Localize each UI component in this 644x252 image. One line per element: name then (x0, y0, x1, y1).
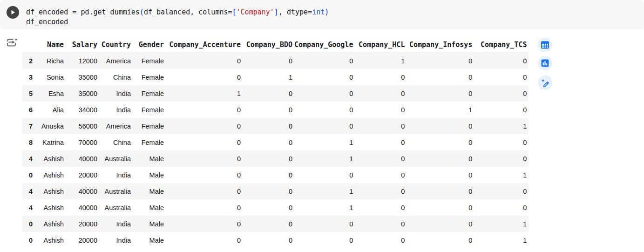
table-cell: 0 (166, 216, 243, 232)
table-cell: 0 (355, 102, 407, 118)
generate-with-ai-button[interactable] (538, 75, 552, 90)
column-header: Salary (66, 37, 99, 53)
table-cell: 0 (294, 216, 355, 232)
table-cell: Female (133, 69, 166, 85)
table-cell: 1 (243, 69, 294, 85)
table-cell: 0 (294, 232, 355, 248)
table-cell: 0 (243, 167, 294, 183)
row-index: 0 (22, 216, 34, 232)
table-cell: 40000 (66, 150, 99, 167)
table-cell: 0 (166, 69, 243, 85)
table-cell: Male (133, 150, 166, 167)
table-cell: Female (133, 118, 166, 134)
table-cell: 0 (474, 53, 529, 69)
table-cell: 0 (407, 232, 474, 248)
table-cell: 0 (294, 53, 355, 69)
table-cell: 12000 (66, 53, 99, 69)
table-cell: 0 (355, 69, 407, 85)
table-cell: 0 (243, 85, 294, 102)
row-index: 8 (22, 134, 34, 150)
interactive-table-button[interactable] (538, 38, 552, 52)
table-cell: 0 (474, 85, 529, 102)
table-cell: 0 (166, 183, 243, 199)
table-cell: Ashish (34, 232, 66, 248)
table-cell: 0 (166, 53, 243, 69)
row-index: 0 (22, 167, 34, 183)
table-cell: Ashish (34, 150, 66, 167)
table-cell: 40000 (66, 183, 99, 199)
column-header: Company_TCS (474, 37, 529, 53)
table-cell: 0 (166, 134, 243, 150)
code-token: int (312, 8, 325, 16)
code-token: 'Company' (237, 8, 274, 16)
table-cell: Female (133, 85, 166, 102)
table-cell: Ashish (34, 183, 66, 199)
table-cell: 0 (243, 134, 294, 150)
table-cell: 0 (166, 167, 243, 183)
table-cell: China (99, 134, 133, 150)
column-header: Company_BDO (243, 37, 294, 53)
table-cell: 0 (407, 53, 474, 69)
table-cell: America (99, 53, 133, 69)
row-index: 5 (22, 85, 34, 102)
table-cell: 0 (474, 69, 529, 85)
table-cell: 1 (474, 118, 529, 134)
convert-to-interactive-table-icon (6, 37, 19, 48)
code-line: df_encoded = pd.get_dummies(df_balanced,… (26, 7, 329, 17)
table-cell: 1 (474, 216, 529, 232)
table-cell: Esha (34, 85, 66, 102)
column-header: Country (99, 37, 133, 53)
code-token: ( (140, 8, 144, 16)
table-cell: 0 (355, 150, 407, 167)
bar-chart-icon (541, 59, 549, 68)
table-cell: 0 (355, 199, 407, 216)
table-cell: 20000 (66, 216, 99, 232)
table-cell: 1 (474, 167, 529, 183)
row-index: 3 (22, 69, 34, 85)
header-row: NameSalaryCountryGenderCompany_Accenture… (22, 37, 529, 53)
table-cell: Male (133, 216, 166, 232)
table-cell: 0 (407, 183, 474, 199)
table-cell: India (99, 102, 133, 118)
table-cell: 0 (407, 85, 474, 102)
table-cell: 0 (355, 85, 407, 102)
suggest-charts-button[interactable] (538, 56, 552, 70)
table-cell: Richa (34, 53, 66, 69)
dataframe-interactive-toggle-button[interactable] (6, 37, 19, 48)
table-cell: 0 (166, 102, 243, 118)
table-cell: India (99, 85, 133, 102)
column-header: Company_Google (294, 37, 355, 53)
table-cell: Australia (99, 183, 133, 199)
table-cell: 0 (243, 53, 294, 69)
table-cell: 20000 (66, 167, 99, 183)
table-cell: Male (133, 199, 166, 216)
run-cell-button[interactable] (7, 6, 19, 19)
table-row: 4Ashish40000AustraliaMale001000 (22, 150, 529, 167)
dataframe-output-table: NameSalaryCountryGenderCompany_Accenture… (22, 37, 529, 248)
table-cell: 0 (294, 69, 355, 85)
row-index: 4 (22, 183, 34, 199)
table-cell: 35000 (66, 69, 99, 85)
table-cell: 0 (355, 134, 407, 150)
table-cell: 0 (294, 102, 355, 118)
code-editor[interactable]: df_encoded = pd.get_dummies(df_balanced,… (26, 7, 329, 27)
table-cell: 0 (407, 216, 474, 232)
row-index: 7 (22, 118, 34, 134)
code-cell[interactable]: df_encoded = pd.get_dummies(df_balanced,… (0, 0, 644, 29)
code-token: df_encoded (26, 18, 68, 26)
table-cell: 0 (407, 199, 474, 216)
table-row: 8Katrina70000ChinaFemale001000 (22, 134, 529, 150)
row-index: 2 (22, 53, 34, 69)
table-cell: China (99, 69, 133, 85)
table-row: 0Ashish20000IndiaMale000001 (22, 232, 529, 248)
table-cell: Ashish (34, 216, 66, 232)
table-row: 2Richa12000AmericaFemale000100 (22, 53, 529, 69)
table-cell: 0 (407, 150, 474, 167)
dataframe-body: 2Richa12000AmericaFemale0001003Sonia3500… (22, 53, 529, 248)
table-cell: 0 (294, 118, 355, 134)
table-cell: 0 (407, 134, 474, 150)
table-cell: 0 (474, 102, 529, 118)
index-column-header (22, 37, 34, 53)
table-row: 5Esha35000IndiaFemale100000 (22, 85, 529, 102)
table-cell: 1 (294, 183, 355, 199)
